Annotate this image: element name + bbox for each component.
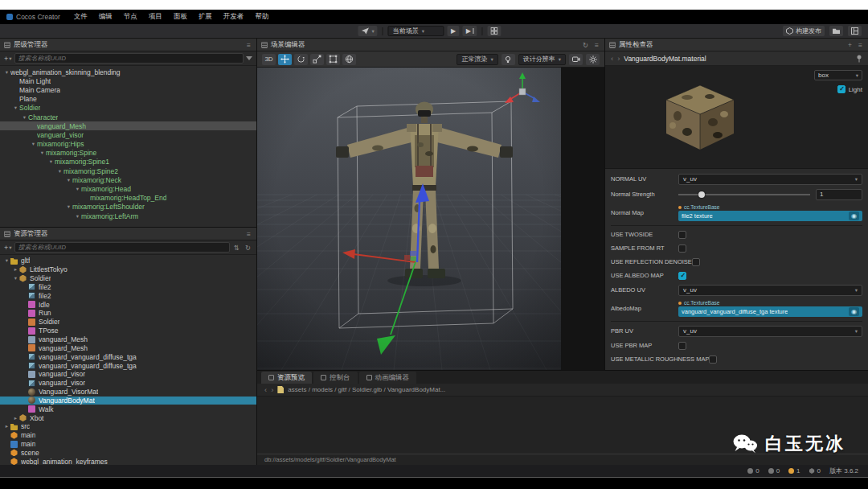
use-albedo-map-checkbox[interactable]: [678, 272, 686, 280]
menu-developer[interactable]: 开发者: [218, 12, 250, 22]
refresh-icon[interactable]: ↻: [581, 41, 590, 49]
expand-caret-icon[interactable]: ▾: [39, 150, 46, 156]
preview-platform-button[interactable]: ▾: [358, 26, 377, 36]
menu-extension[interactable]: 扩展: [193, 12, 218, 22]
refresh-icon[interactable]: ↻: [244, 244, 252, 252]
expand-caret-icon[interactable]: ▾: [74, 186, 81, 192]
texture-picker-icon[interactable]: ◉: [849, 307, 859, 316]
design-resolution-select[interactable]: 设计分辨率▾: [518, 54, 566, 65]
tab-animation-editor[interactable]: 动画编辑器: [359, 372, 417, 384]
expand-caret-icon[interactable]: ▾: [21, 114, 28, 121]
expand-caret-icon[interactable]: ▸: [3, 423, 10, 429]
asset-item[interactable]: ▾Vanguard_VisorMat: [0, 388, 256, 397]
hierarchy-node[interactable]: ▾mixamorig:Spine1: [0, 158, 256, 166]
expand-caret-icon[interactable]: ▾: [74, 213, 81, 220]
preview-shape-select[interactable]: box ▾: [814, 70, 862, 80]
normal-strength-slider[interactable]: [678, 189, 810, 200]
hierarchy-node[interactable]: ▾mixamorig:HeadTop_End: [0, 194, 256, 203]
slider-knob[interactable]: [698, 191, 705, 198]
expand-caret-icon[interactable]: ▾: [56, 168, 63, 175]
hierarchy-node[interactable]: ▾webgl_animation_skinning_blending: [0, 68, 256, 76]
asset-item[interactable]: ▾Soldier: [0, 274, 256, 283]
menu-file[interactable]: 文件: [68, 12, 93, 22]
filter-icon[interactable]: [246, 56, 252, 60]
mode-3d-button[interactable]: 3D: [262, 54, 276, 65]
assets-search-input[interactable]: [14, 242, 230, 253]
camera-settings-button[interactable]: [569, 54, 583, 65]
albedo-map-field[interactable]: vanguard_vanguard_diffuse_tga texture◉: [678, 306, 862, 317]
panel-menu-icon[interactable]: ≡: [857, 41, 864, 49]
asset-item[interactable]: ▾scene: [0, 449, 256, 458]
forward-icon[interactable]: ›: [271, 385, 273, 394]
play-button[interactable]: ▶: [448, 26, 460, 36]
expand-caret-icon[interactable]: ▾: [65, 203, 72, 210]
expand-caret-icon[interactable]: ▾: [47, 158, 55, 165]
asset-item[interactable]: ▾vanguard_vanguard_diffuse_tga: [0, 361, 256, 370]
add-component-icon[interactable]: +: [846, 41, 854, 49]
move-tool-button[interactable]: [278, 54, 292, 65]
expand-caret-icon[interactable]: ▸: [12, 266, 19, 273]
lighting-toggle-button[interactable]: [502, 54, 515, 65]
hierarchy-node[interactable]: ▾mixamorig:Spine2: [0, 166, 256, 175]
tab-console[interactable]: 控制台: [313, 372, 358, 384]
asset-item[interactable]: ▾file2: [0, 291, 256, 300]
use-metallic-roughness-map-checkbox[interactable]: [709, 355, 717, 364]
render-mode-select[interactable]: 正常渲染▾: [457, 54, 497, 65]
sort-icon[interactable]: ⇅: [232, 244, 241, 252]
asset-item-selected[interactable]: ▾VanguardBodyMat: [0, 397, 256, 405]
hierarchy-node[interactable]: ▾vanguard_visor: [0, 130, 256, 139]
message-counter[interactable]: 0: [747, 467, 759, 475]
hierarchy-node[interactable]: ▾Plane: [0, 95, 256, 104]
asset-item[interactable]: ▾file2: [0, 283, 256, 292]
back-icon[interactable]: ‹: [264, 385, 267, 394]
transform-space-button[interactable]: [342, 54, 356, 65]
use-pbr-map-checkbox[interactable]: [678, 342, 686, 350]
hierarchy-node[interactable]: ▾mixamorig:LeftShoulder: [0, 203, 256, 212]
create-node-button[interactable]: +▾: [4, 55, 12, 63]
create-asset-button[interactable]: +▾: [4, 244, 12, 252]
error-counter[interactable]: 0: [809, 467, 821, 475]
hierarchy-node[interactable]: ▾mixamorig:Neck: [0, 175, 256, 184]
asset-item[interactable]: ▾Walk: [0, 405, 256, 413]
asset-item[interactable]: ▸LittlestTokyo: [0, 265, 256, 274]
asset-item[interactable]: ▸src: [0, 422, 256, 431]
normal-map-field[interactable]: file2 texture◉: [678, 211, 862, 221]
hierarchy-node[interactable]: ▾mixamorig:Head: [0, 184, 256, 193]
pbr-uv-select[interactable]: v_uv▾: [678, 326, 862, 337]
warning-counter[interactable]: 1: [788, 467, 800, 475]
asset-item[interactable]: ▾Idle: [0, 300, 256, 309]
use-reflection-denoise-checkbox[interactable]: [692, 258, 700, 266]
step-button[interactable]: ▶: [463, 26, 477, 36]
asset-item[interactable]: ▾vanguard_visor: [0, 370, 256, 379]
asset-item[interactable]: ▾vanguard_Mesh: [0, 335, 256, 344]
sample-from-rt-checkbox[interactable]: [678, 244, 686, 253]
hierarchy-node[interactable]: ▾Main Light: [0, 76, 256, 85]
panel-menu-icon[interactable]: ≡: [245, 230, 252, 238]
menu-project[interactable]: 项目: [143, 12, 168, 22]
hierarchy-node[interactable]: ▾Character: [0, 113, 256, 121]
asset-item[interactable]: ▾main: [0, 431, 256, 440]
open-project-folder-button[interactable]: [829, 26, 843, 36]
back-icon[interactable]: ‹: [611, 54, 613, 63]
rect-tool-button[interactable]: [326, 54, 340, 65]
material-preview-cube[interactable]: [663, 82, 737, 153]
normal-strength-input[interactable]: 1: [816, 189, 862, 200]
hierarchy-node[interactable]: ▾mixamorig:Hips: [0, 140, 256, 149]
forward-icon[interactable]: ›: [617, 54, 620, 63]
preview-light-checkbox[interactable]: [837, 85, 845, 93]
panel-menu-icon[interactable]: ≡: [593, 41, 600, 49]
expand-caret-icon[interactable]: ▸: [12, 415, 19, 421]
expand-caret-icon[interactable]: ▾: [3, 257, 10, 264]
asset-item[interactable]: ▾vanguard_Mesh: [0, 343, 256, 352]
log-counter[interactable]: 0: [768, 467, 780, 475]
hierarchy-node[interactable]: ▾mixamorig:Spine: [0, 149, 256, 158]
scene-gizmo-settings-button[interactable]: [586, 54, 600, 65]
hierarchy-node[interactable]: ▾mixamorig:LeftArm: [0, 212, 256, 220]
menu-help[interactable]: 帮助: [249, 12, 274, 22]
menu-edit[interactable]: 编辑: [93, 12, 118, 22]
asset-item[interactable]: ▸Xbot: [0, 413, 256, 422]
asset-item[interactable]: ▾TPose: [0, 327, 256, 335]
asset-item[interactable]: ▾vanguard_visor: [0, 379, 256, 388]
layout-button[interactable]: [848, 26, 862, 36]
pin-icon[interactable]: [856, 55, 862, 63]
